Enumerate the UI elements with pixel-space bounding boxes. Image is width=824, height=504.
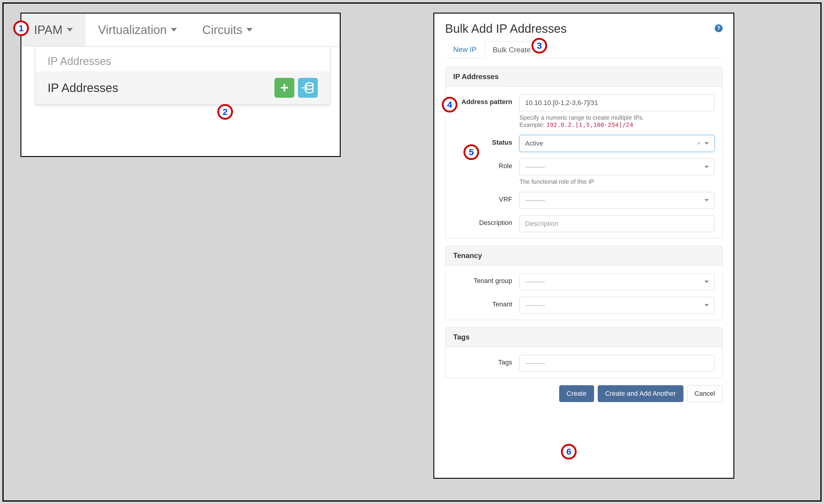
label-tenant-group: Tenant group [453, 273, 519, 285]
select-status-value: Active [525, 139, 543, 147]
callout-4: 4 [442, 97, 457, 113]
label-status: Status [453, 135, 519, 146]
nav-panel: IPAM Virtualization Circuits IP Addresse… [20, 13, 341, 157]
section-ip-header: IP Addresses [445, 67, 722, 87]
select-role-placeholder: --------- [525, 163, 545, 171]
dropdown-item-label: IP Addresses [47, 81, 118, 95]
nav-ipam-label: IPAM [34, 23, 63, 37]
import-button[interactable] [298, 78, 318, 98]
label-tenant: Tenant [453, 297, 519, 308]
select-tenant-group-placeholder: --------- [525, 278, 545, 286]
chevron-down-icon [705, 166, 709, 168]
cancel-button[interactable]: Cancel [687, 385, 723, 402]
nav-circuits[interactable]: Circuits [190, 13, 265, 46]
caret-down-icon [246, 28, 252, 31]
input-address-pattern-value: 10.10.10.[0-1,2-3,6-7]/31 [525, 99, 598, 107]
svg-point-0 [306, 83, 313, 86]
dropdown-item-actions: + [275, 78, 318, 98]
chevron-down-icon [705, 280, 709, 283]
select-vrf-placeholder: --------- [525, 197, 545, 204]
help-example-code: 192.0.2.[1,5,100-254]/24 [546, 121, 633, 128]
form-title: Bulk Add IP Addresses [445, 22, 723, 35]
section-tags: Tags Tags --------- [445, 327, 723, 378]
nav-virtualization-label: Virtualization [98, 23, 167, 37]
dropdown-item-ip-addresses[interactable]: IP Addresses + [35, 71, 330, 104]
tab-new-ip[interactable]: New IP [445, 41, 485, 58]
chevron-down-icon [705, 304, 709, 306]
form-buttons: Create Create and Add Another Cancel [445, 385, 723, 402]
database-import-icon [302, 82, 314, 94]
label-role: Role [453, 158, 519, 170]
section-tenancy-header: Tenancy [445, 246, 722, 265]
select-role[interactable]: --------- [519, 158, 714, 175]
plus-icon: + [280, 81, 289, 95]
label-description: Description [453, 215, 519, 227]
create-button[interactable]: Create [559, 385, 594, 402]
create-add-another-button[interactable]: Create and Add Another [598, 385, 684, 402]
select-tenant-group[interactable]: --------- [519, 273, 714, 290]
form-panel: ? Bulk Add IP Addresses New IP Bulk Crea… [433, 13, 734, 479]
chevron-down-icon [705, 199, 709, 202]
add-button[interactable]: + [275, 78, 294, 98]
label-tags: Tags [453, 355, 519, 366]
input-description-placeholder: Description [525, 220, 558, 228]
select-tags[interactable]: --------- [519, 355, 714, 372]
help-example-prefix: Example: [519, 122, 546, 128]
help-address-pattern: Specify a numeric range to create multip… [519, 114, 714, 128]
section-ip-addresses: IP Addresses Address pattern 10.10.10.[0… [445, 67, 723, 239]
select-vrf[interactable]: --------- [519, 192, 714, 209]
select-tenant[interactable]: --------- [519, 297, 714, 313]
input-address-pattern[interactable]: 10.10.10.[0-1,2-3,6-7]/31 [519, 95, 714, 111]
section-tags-header: Tags [445, 328, 722, 347]
chevron-down-icon [705, 142, 709, 145]
callout-1: 1 [13, 20, 29, 36]
tab-bulk-create[interactable]: Bulk Create [485, 41, 538, 58]
nav-bar: IPAM Virtualization Circuits [21, 13, 340, 46]
help-address-pattern-line1: Specify a numeric range to create multip… [519, 114, 644, 121]
callout-3: 3 [531, 38, 547, 53]
nav-ipam[interactable]: IPAM [21, 13, 86, 46]
caret-down-icon [67, 28, 73, 31]
select-status[interactable]: Active × [519, 135, 714, 152]
callout-5: 5 [463, 144, 479, 160]
page-frame: 1 2 3 4 5 6 IPAM Virtualization Circuits… [2, 2, 822, 502]
label-vrf: VRF [453, 192, 519, 203]
callout-2: 2 [217, 104, 233, 120]
callout-6: 6 [561, 444, 577, 460]
dropdown-header: IP Addresses [35, 46, 330, 71]
ipam-dropdown: IP Addresses IP Addresses + [35, 46, 330, 105]
nav-virtualization[interactable]: Virtualization [86, 13, 190, 46]
nav-circuits-label: Circuits [202, 23, 242, 37]
select-tags-placeholder: --------- [525, 359, 545, 367]
input-description[interactable]: Description [519, 215, 714, 232]
clear-icon[interactable]: × [697, 140, 700, 147]
label-address-pattern: Address pattern [453, 95, 519, 106]
form-tabs: New IP Bulk Create [445, 41, 723, 58]
select-tenant-placeholder: --------- [525, 301, 545, 309]
help-role: The functional role of this IP [519, 178, 714, 185]
caret-down-icon [171, 28, 177, 31]
section-tenancy: Tenancy Tenant group --------- Tenant [445, 246, 723, 320]
help-icon[interactable]: ? [715, 24, 723, 32]
